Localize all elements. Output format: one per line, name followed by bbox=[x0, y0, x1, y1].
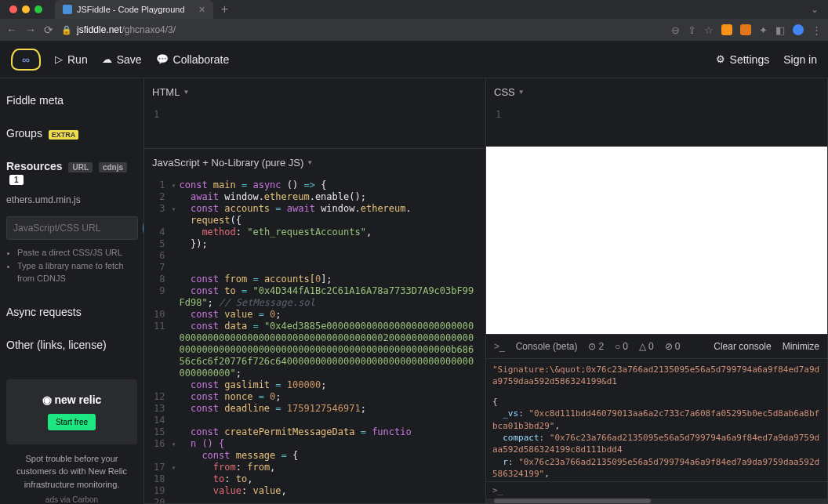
clock-icon: ⊙ bbox=[588, 341, 596, 352]
console: >_ Console (beta) ⊙2 ○0 △0 ⊘0 Clear cons… bbox=[486, 335, 827, 503]
newrelic-logo: ◉ new relic bbox=[16, 393, 128, 406]
minimize-console-button[interactable]: Minimize bbox=[783, 341, 819, 352]
css-editor[interactable]: 1 bbox=[486, 106, 827, 147]
console-time-count: ⊙2 bbox=[588, 341, 604, 352]
metamask-icon[interactable] bbox=[740, 24, 751, 35]
jsfiddle-logo[interactable]: ∞ bbox=[11, 49, 41, 71]
extensions-icon[interactable]: ✦ bbox=[759, 24, 768, 36]
favicon-icon bbox=[63, 5, 72, 14]
ad-text: Spot trouble before your customers do wi… bbox=[6, 452, 137, 491]
console-output[interactable]: "Signature:\&quot;0x76c23a766ad2135095e5… bbox=[486, 359, 827, 481]
resource-hints: Paste a direct CSS/JS URL Type a library… bbox=[6, 246, 137, 285]
result-frame[interactable] bbox=[486, 147, 827, 335]
chat-icon: 💬 bbox=[156, 53, 169, 65]
sidebar-other[interactable]: Other (links, license) bbox=[6, 334, 137, 356]
css-panel-header[interactable]: CSS▼ bbox=[486, 78, 827, 106]
close-window-icon[interactable] bbox=[9, 5, 17, 13]
sidebar: Fiddle meta Groups EXTRA Resources URL c… bbox=[0, 78, 144, 504]
maximize-window-icon[interactable] bbox=[34, 5, 42, 13]
resource-url-input[interactable] bbox=[6, 216, 138, 240]
error-icon: ⊘ bbox=[665, 341, 673, 352]
browser-tab[interactable]: JSFiddle - Code Playground × bbox=[55, 0, 213, 19]
lock-icon: 🔒 bbox=[61, 25, 72, 35]
settings-button[interactable]: ⚙Settings bbox=[716, 53, 770, 66]
ad-attribution[interactable]: ads via Carbon bbox=[6, 495, 137, 504]
html-editor[interactable]: 1 bbox=[144, 106, 485, 148]
js-panel-header[interactable]: JavaScript + No-Library (pure JS)▼ bbox=[144, 149, 485, 176]
warn-icon: △ bbox=[639, 341, 646, 352]
share-icon[interactable]: ⇧ bbox=[688, 24, 696, 36]
address-bar: ← → ⟳ 🔒 jsfiddle.net/ghcnaxo4/3/ ⊖ ⇧ ☆ ✦… bbox=[0, 19, 828, 41]
sidebar-groups[interactable]: Groups EXTRA bbox=[6, 122, 137, 144]
chevron-down-icon: ▼ bbox=[518, 89, 525, 96]
sliders-icon: ⚙ bbox=[716, 53, 725, 65]
new-tab-button[interactable]: + bbox=[221, 2, 228, 16]
bookmark-icon[interactable]: ☆ bbox=[704, 24, 714, 36]
signin-button[interactable]: Sign in bbox=[783, 53, 817, 66]
extra-badge: EXTRA bbox=[49, 130, 79, 140]
reload-button[interactable]: ⟳ bbox=[44, 24, 53, 36]
console-input[interactable]: >_ bbox=[486, 481, 827, 499]
save-button[interactable]: ☁Save bbox=[102, 53, 142, 66]
sidebar-resources[interactable]: Resources URL cdnjs 1 bbox=[6, 155, 137, 190]
sidebar-fiddle-meta[interactable]: Fiddle meta bbox=[6, 89, 137, 111]
console-label: Console (beta) bbox=[516, 341, 578, 352]
collaborate-button[interactable]: 💬Collaborate bbox=[156, 53, 230, 66]
chevron-down-icon: ▼ bbox=[183, 89, 189, 96]
run-button[interactable]: ▷Run bbox=[55, 53, 88, 66]
editor-panels: HTML▼ 1 CSS▼ 1 >_ Console (beta) ⊙2 ○0 △… bbox=[144, 78, 828, 504]
sidebar-async[interactable]: Async requests bbox=[6, 301, 137, 323]
console-info-count: ○0 bbox=[615, 341, 628, 352]
profile-icon[interactable] bbox=[793, 24, 804, 35]
console-warn-count: △0 bbox=[639, 341, 654, 352]
browser-chrome: JSFiddle - Code Playground × + ⌄ ← → ⟳ 🔒… bbox=[0, 0, 828, 41]
clear-console-button[interactable]: Clear console bbox=[714, 341, 771, 352]
window-controls bbox=[3, 5, 49, 13]
tab-title: JSFiddle - Code Playground bbox=[77, 5, 185, 14]
tab-overflow-icon[interactable]: ⌄ bbox=[811, 4, 825, 15]
js-panel: JavaScript + No-Library (pure JS)▼ 1 2 3… bbox=[144, 149, 486, 504]
forward-button[interactable]: → bbox=[25, 24, 36, 36]
html-panel: HTML▼ 1 bbox=[144, 78, 486, 149]
play-icon: ▷ bbox=[55, 53, 63, 65]
html-panel-header[interactable]: HTML▼ bbox=[144, 78, 485, 106]
main-area: Fiddle meta Groups EXTRA Resources URL c… bbox=[0, 78, 828, 504]
console-err-count: ⊘0 bbox=[665, 341, 681, 352]
extension-1-icon[interactable] bbox=[721, 24, 732, 35]
scrollbar[interactable] bbox=[486, 499, 827, 503]
chevron-down-icon: ▼ bbox=[307, 159, 313, 166]
sidebar-ad[interactable]: ◉ new relic Start free bbox=[6, 379, 137, 444]
sidepanel-icon[interactable]: ◧ bbox=[775, 24, 785, 36]
tab-bar: JSFiddle - Code Playground × + ⌄ bbox=[0, 0, 828, 19]
js-editor[interactable]: 1 2 3 4 5 6 7 8 9 10 11 12 13 14 15 16 1… bbox=[144, 176, 485, 503]
info-icon: ○ bbox=[615, 341, 620, 352]
resource-file[interactable]: ethers.umd.min.js bbox=[6, 190, 137, 210]
app-header: ∞ ▷Run ☁Save 💬Collaborate ⚙Settings Sign… bbox=[0, 41, 828, 78]
console-header: >_ Console (beta) ⊙2 ○0 △0 ⊘0 Clear cons… bbox=[486, 335, 827, 359]
zoom-icon[interactable]: ⊖ bbox=[671, 24, 680, 36]
js-code: const main = async () => { await window.… bbox=[177, 176, 485, 503]
url-field[interactable]: 🔒 jsfiddle.net/ghcnaxo4/3/ bbox=[61, 24, 663, 35]
prompt-icon: >_ bbox=[494, 341, 505, 352]
menu-icon[interactable]: ⋮ bbox=[812, 24, 822, 36]
ad-cta-button[interactable]: Start free bbox=[48, 414, 96, 430]
back-button[interactable]: ← bbox=[6, 24, 17, 36]
cloud-icon: ☁ bbox=[102, 53, 112, 65]
minimize-window-icon[interactable] bbox=[22, 5, 30, 13]
result-column: CSS▼ 1 >_ Console (beta) ⊙2 ○0 △0 ⊘0 Cle… bbox=[486, 78, 828, 504]
tab-close-icon[interactable]: × bbox=[199, 3, 205, 16]
extension-icons: ⊖ ⇧ ☆ ✦ ◧ ⋮ bbox=[671, 24, 822, 36]
